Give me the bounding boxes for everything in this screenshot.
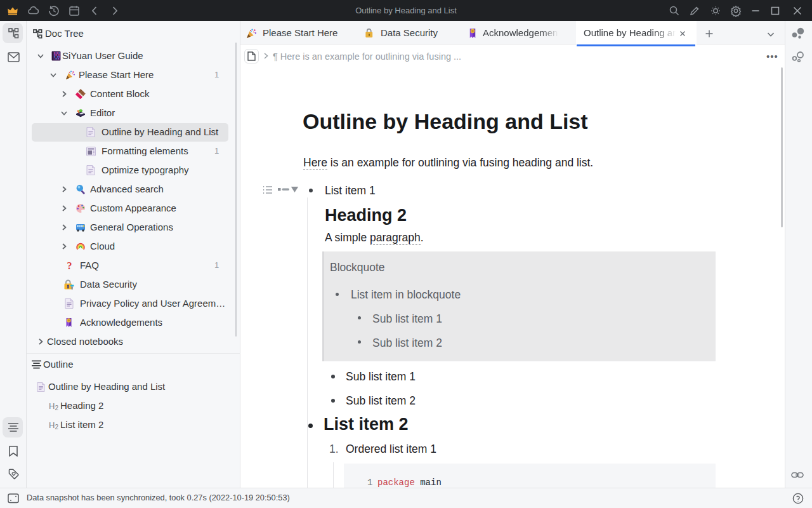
svg-text:?: ? — [67, 260, 72, 271]
